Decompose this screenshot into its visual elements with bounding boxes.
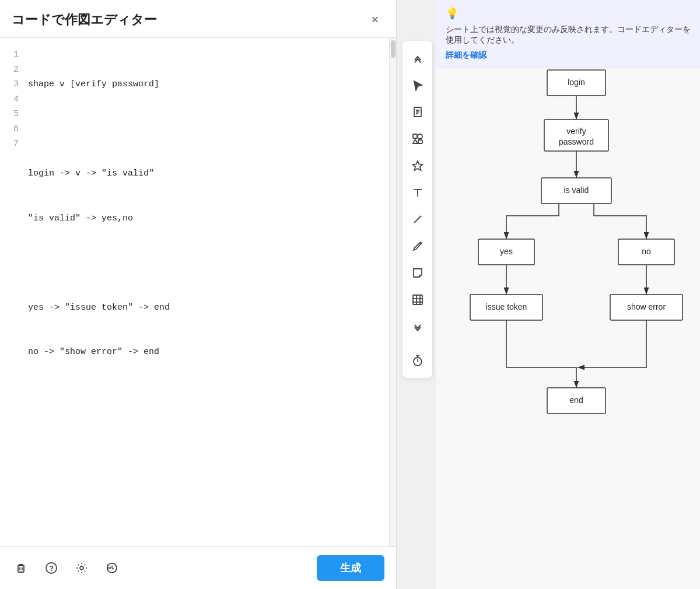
toolbar bbox=[402, 41, 433, 378]
is-valid-label: is valid bbox=[564, 185, 589, 195]
code-line-7: no -> "show error" -> end bbox=[28, 345, 380, 360]
shapes-icon[interactable] bbox=[405, 126, 430, 152]
svg-marker-14 bbox=[413, 139, 418, 143]
svg-rect-15 bbox=[418, 140, 422, 143]
code-line-1: shape v [verify password] bbox=[28, 77, 380, 92]
svg-rect-0 bbox=[18, 566, 24, 572]
lightbulb-icon: 💡 bbox=[446, 7, 459, 20]
svg-rect-22 bbox=[413, 295, 422, 304]
login-label: login bbox=[568, 78, 585, 87]
settings-icon[interactable] bbox=[72, 559, 91, 577]
code-area[interactable]: shape v [verify password] login -> v -> … bbox=[26, 38, 389, 546]
table-icon[interactable] bbox=[405, 287, 430, 313]
svg-line-19 bbox=[414, 216, 421, 223]
code-editor[interactable]: 1 2 3 4 5 6 7 shape v [verify password] … bbox=[0, 38, 396, 546]
editor-panel: コードで作図エディター × 1 2 3 4 5 6 7 shape v [ver… bbox=[0, 0, 397, 589]
editor-header: コードで作図エディター × bbox=[0, 0, 396, 38]
document-icon[interactable] bbox=[405, 99, 430, 125]
trash-icon[interactable] bbox=[12, 559, 30, 577]
verify-label-1: verify bbox=[566, 127, 586, 136]
timer-icon[interactable] bbox=[405, 348, 430, 373]
help-icon[interactable]: ? bbox=[42, 559, 61, 577]
svg-point-5 bbox=[80, 566, 83, 570]
history-icon[interactable] bbox=[103, 559, 121, 577]
info-link[interactable]: 詳細を確認 bbox=[446, 50, 487, 61]
star-icon[interactable] bbox=[405, 153, 430, 178]
code-line-5 bbox=[28, 255, 380, 271]
yes-label: yes bbox=[500, 247, 513, 256]
info-banner: 💡 シート上では視覚的な変更のみ反映されます。コードエディターを使用してください… bbox=[436, 0, 700, 68]
scrollbar-thumb bbox=[391, 40, 396, 58]
flowchart-canvas[interactable]: .fc-box { fill: #fff; stroke: #333; stro… bbox=[436, 35, 700, 589]
close-button[interactable]: × bbox=[366, 10, 384, 29]
issue-token-label: issue token bbox=[486, 302, 527, 311]
no-label: no bbox=[642, 247, 651, 256]
code-line-4: "is valid" -> yes,no bbox=[28, 211, 380, 226]
flowchart-svg: .fc-box { fill: #fff; stroke: #333; stro… bbox=[436, 52, 700, 531]
editor-title: コードで作図エディター bbox=[12, 11, 157, 29]
editor-content: 1 2 3 4 5 6 7 shape v [verify password] … bbox=[0, 38, 396, 546]
line-icon[interactable] bbox=[405, 206, 430, 232]
end-label: end bbox=[569, 395, 583, 405]
editor-footer: ? 生成 bbox=[0, 546, 396, 589]
code-line-6: yes -> "issue token" -> end bbox=[28, 300, 380, 315]
code-line-3: login -> v -> "is valid" bbox=[28, 166, 380, 181]
generate-button[interactable]: 生成 bbox=[317, 555, 384, 581]
svg-rect-12 bbox=[413, 134, 417, 138]
code-line-2 bbox=[28, 122, 380, 137]
svg-marker-16 bbox=[412, 161, 422, 170]
verify-label-2: password bbox=[559, 137, 594, 146]
chevron-up-icon[interactable] bbox=[405, 45, 430, 71]
svg-line-7 bbox=[112, 568, 114, 569]
svg-point-13 bbox=[418, 134, 422, 139]
line-numbers: 1 2 3 4 5 6 7 bbox=[0, 38, 26, 546]
info-text: シート上では視覚的な変更のみ反映されます。コードエディターを使用してください。 bbox=[446, 24, 691, 45]
right-panel: 💡 シート上では視覚的な変更のみ反映されます。コードエディターを使用してください… bbox=[397, 0, 700, 589]
show-error-label: show error bbox=[627, 302, 666, 311]
editor-scrollbar[interactable] bbox=[389, 38, 396, 546]
svg-text:?: ? bbox=[49, 564, 54, 573]
cursor-icon[interactable] bbox=[405, 72, 430, 98]
chevron-down-icon[interactable] bbox=[405, 314, 430, 339]
pen-icon[interactable] bbox=[405, 233, 430, 259]
sticky-note-icon[interactable] bbox=[405, 260, 430, 286]
text-icon[interactable] bbox=[405, 180, 430, 205]
